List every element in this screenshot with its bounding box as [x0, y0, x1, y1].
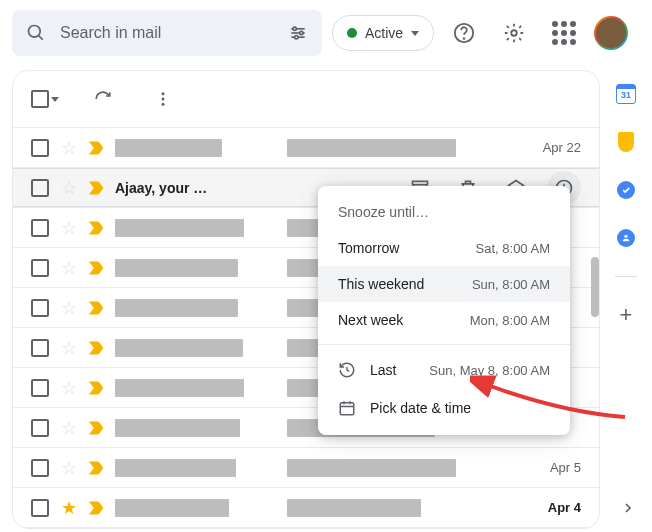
row-checkbox[interactable]: [31, 379, 49, 397]
star-icon[interactable]: ☆: [61, 417, 77, 439]
snooze-pick-date[interactable]: Pick date & time: [318, 389, 570, 427]
chevron-down-icon: [411, 31, 419, 36]
row-checkbox[interactable]: [31, 259, 49, 277]
snooze-option-time: Sun, 8:00 AM: [472, 277, 550, 292]
row-checkbox[interactable]: [31, 419, 49, 437]
keep-icon: [618, 132, 634, 152]
important-icon[interactable]: [89, 421, 103, 435]
important-icon[interactable]: [89, 461, 103, 475]
snooze-option[interactable]: TomorrowSat, 8:00 AM: [318, 230, 570, 266]
keep-app[interactable]: [616, 132, 636, 152]
mail-row[interactable]: ★Apr 4: [13, 488, 599, 528]
search-bar[interactable]: [12, 10, 322, 56]
row-checkbox[interactable]: [31, 139, 49, 157]
divider: [615, 276, 637, 277]
contacts-app[interactable]: [616, 228, 636, 248]
star-icon[interactable]: ☆: [61, 137, 77, 159]
sender-redacted: [115, 139, 222, 157]
sender-redacted: [115, 419, 240, 437]
snooze-menu-title: Snooze until…: [318, 194, 570, 230]
sender-redacted: [115, 299, 238, 317]
tasks-app[interactable]: [616, 180, 636, 200]
snooze-option-label: Tomorrow: [338, 240, 399, 256]
important-icon[interactable]: [89, 341, 103, 355]
star-icon[interactable]: ☆: [61, 297, 77, 319]
important-icon[interactable]: [89, 501, 103, 515]
mail-row[interactable]: ☆Apr 22: [13, 128, 599, 168]
snooze-option[interactable]: Next weekMon, 8:00 AM: [318, 302, 570, 338]
svg-point-6: [300, 31, 303, 34]
apps-button[interactable]: [544, 13, 584, 53]
snooze-last[interactable]: Last Sun, May 8, 8:00 AM: [318, 351, 570, 389]
sender-redacted: [115, 459, 236, 477]
row-checkbox[interactable]: [31, 459, 49, 477]
important-icon[interactable]: [89, 141, 103, 155]
svg-point-16: [624, 235, 627, 238]
snooze-option-time: Sat, 8:00 AM: [476, 241, 550, 256]
snooze-last-time: Sun, May 8, 8:00 AM: [429, 363, 550, 378]
settings-button[interactable]: [494, 13, 534, 53]
chevron-down-icon: [51, 97, 59, 102]
snooze-last-label: Last: [370, 362, 396, 378]
row-date: Apr 5: [535, 460, 581, 475]
mail-row[interactable]: ☆Apr 5: [13, 448, 599, 488]
subject-redacted: [287, 139, 456, 157]
more-vert-icon: [154, 90, 172, 108]
refresh-button[interactable]: [87, 83, 119, 115]
side-panel: 31 +: [600, 66, 652, 529]
star-icon[interactable]: ☆: [61, 177, 77, 199]
help-icon: [453, 22, 475, 44]
snooze-option-label: This weekend: [338, 276, 424, 292]
svg-rect-14: [413, 181, 428, 184]
chevron-right-icon: [620, 500, 636, 516]
svg-point-5: [293, 27, 296, 30]
svg-point-12: [162, 98, 165, 101]
sender-name: Ajaay, your …: [115, 180, 207, 196]
search-input[interactable]: [60, 24, 274, 42]
star-icon[interactable]: ☆: [61, 257, 77, 279]
row-checkbox[interactable]: [31, 299, 49, 317]
row-date: Apr 22: [535, 140, 581, 155]
star-icon[interactable]: ☆: [61, 377, 77, 399]
star-icon[interactable]: ☆: [61, 457, 77, 479]
gear-icon: [503, 22, 525, 44]
select-all-checkbox[interactable]: [31, 90, 59, 108]
row-checkbox[interactable]: [31, 179, 49, 197]
scrollbar[interactable]: [591, 257, 599, 317]
important-icon[interactable]: [89, 261, 103, 275]
snooze-option-label: Next week: [338, 312, 403, 328]
snooze-menu: Snooze until… TomorrowSat, 8:00 AMThis w…: [318, 186, 570, 435]
row-checkbox[interactable]: [31, 339, 49, 357]
add-app-button[interactable]: +: [616, 305, 636, 325]
star-icon[interactable]: ☆: [61, 217, 77, 239]
row-checkbox[interactable]: [31, 219, 49, 237]
svg-rect-17: [340, 403, 354, 415]
tasks-icon: [617, 181, 635, 199]
more-button[interactable]: [147, 83, 179, 115]
calendar-app[interactable]: 31: [616, 84, 636, 104]
sender-redacted: [115, 499, 229, 517]
important-icon[interactable]: [89, 301, 103, 315]
svg-point-13: [162, 103, 165, 106]
collapse-sidepanel-button[interactable]: [620, 500, 636, 520]
snooze-option[interactable]: This weekendSun, 8:00 AM: [318, 266, 570, 302]
history-icon: [338, 361, 356, 379]
important-icon[interactable]: [89, 181, 103, 195]
star-icon[interactable]: ★: [61, 497, 77, 519]
list-toolbar: [13, 71, 599, 127]
star-icon[interactable]: ☆: [61, 337, 77, 359]
row-checkbox[interactable]: [31, 499, 49, 517]
calendar-icon: [338, 399, 356, 417]
row-date: Apr 4: [535, 500, 581, 515]
help-button[interactable]: [444, 13, 484, 53]
important-icon[interactable]: [89, 221, 103, 235]
refresh-icon: [94, 90, 112, 108]
sender-redacted: [115, 339, 243, 357]
subject-redacted: [287, 459, 456, 477]
subject-redacted: [287, 499, 421, 517]
important-icon[interactable]: [89, 381, 103, 395]
tune-icon[interactable]: [288, 23, 308, 43]
svg-point-7: [295, 36, 298, 39]
status-chip[interactable]: Active: [332, 15, 434, 51]
account-avatar[interactable]: [594, 16, 628, 50]
